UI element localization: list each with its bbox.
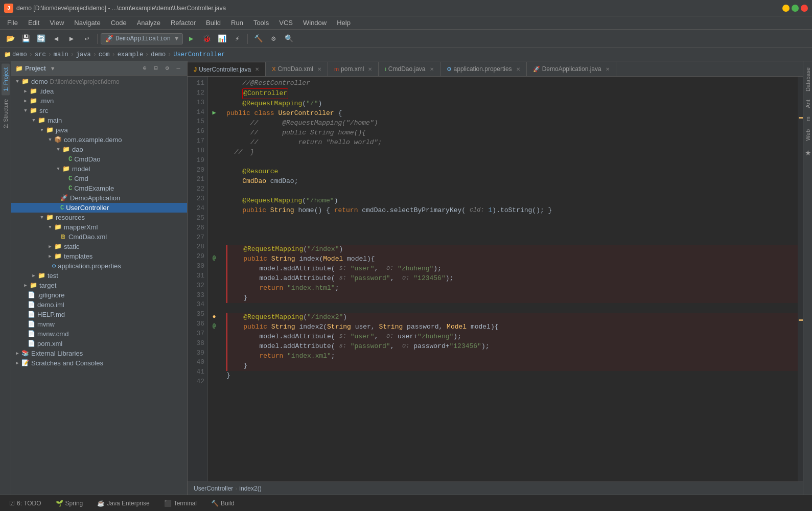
tab-close-pomxml[interactable]: ✕ [368,66,372,72]
editor-tab-pomxml[interactable]: m pom.xml ✕ [328,62,379,76]
sync-button[interactable]: 🔄 [34,32,48,46]
tab-close-cmddaojava[interactable]: ✕ [430,66,434,72]
profile-button[interactable]: ⚡ [230,32,244,46]
run-gutter-icon-36[interactable]: @ [213,323,216,329]
tree-item-mapperxml[interactable]: ▼ 📁 mapperXml [11,222,187,232]
right-tab-maven[interactable]: m [804,112,812,125]
tree-item-templates[interactable]: ▶ 📁 templates [11,251,187,261]
tree-item-com-example-demo[interactable]: ▼ 📦 com.example.demo [11,135,187,145]
gutter-29[interactable]: @ [208,253,220,263]
right-tab-database[interactable]: Database [804,63,812,96]
tab-close-cmddaoxml[interactable]: ✕ [317,66,321,72]
tree-item-java[interactable]: ▼ 📁 java [11,125,187,135]
run-gutter-icon-29[interactable]: @ [213,256,216,261]
tree-item-gitignore[interactable]: 📄 .gitignore [11,290,187,300]
menu-item-tools[interactable]: Tools [248,17,274,28]
forward-button[interactable]: ▶ [64,32,79,46]
tree-item-ext-libs[interactable]: ▶ 📚 External Libraries [11,349,187,358]
menu-item-code[interactable]: Code [106,17,132,28]
tree-item-demo[interactable]: ▼ 📁 demo D:\lion\deve\project\demo [11,77,187,86]
build-button[interactable]: 🔨 [251,32,265,46]
open-button[interactable]: 📂 [3,32,17,46]
editor-tab-usercontroller[interactable]: J UserController.java ✕ [188,62,266,76]
tree-item-cmd[interactable]: C Cmd [11,174,187,183]
bc-src[interactable]: src [35,51,46,58]
project-close-button[interactable]: — [174,64,183,73]
tree-item-demoapplication[interactable]: 🚀 DemoApplication [11,193,187,203]
bc-demo2[interactable]: demo [151,51,166,58]
tree-item-test[interactable]: ▶ 📁 test [11,271,187,281]
tree-item-pom-xml[interactable]: 📄 pom.xml [11,339,187,349]
tree-item-model[interactable]: ▼ 📁 model [11,164,187,174]
coverage-button[interactable]: 📊 [215,32,229,46]
tree-item-mvnw[interactable]: 📄 mvnw [11,319,187,329]
sidebar-tab-structure[interactable]: 2: Structure [2,95,10,132]
editor-tab-appprops[interactable]: ⚙ application.properties ✕ [440,62,527,76]
tree-item-static[interactable]: ▶ 📁 static [11,242,187,251]
tab-close-demoapplication[interactable]: ✕ [606,66,610,72]
search-button[interactable]: 🔍 [282,32,296,46]
tree-item-resources[interactable]: ▼ 📁 resources [11,213,187,222]
menu-item-refactor[interactable]: Refactor [166,17,201,28]
menu-item-view[interactable]: View [44,17,69,28]
gutter-14[interactable]: ▶ [208,108,220,118]
minimize-button[interactable] [782,5,790,12]
menu-item-run[interactable]: Run [226,17,248,28]
bc-main[interactable]: main [54,51,68,58]
debug-button[interactable]: 🐞 [199,32,214,46]
menu-item-navigate[interactable]: Navigate [69,17,105,28]
bc-example[interactable]: example [118,51,143,58]
tree-item-src[interactable]: ▼ 📁 src [11,106,187,115]
undo-button[interactable]: ↩ [80,32,94,46]
run-gutter-icon-14[interactable]: ▶ [212,109,216,117]
bottom-tab-build[interactable]: 🔨 Build [206,498,240,509]
tree-item-app-props[interactable]: ⚙ application.properties [11,261,187,271]
code-bc-usercontroller[interactable]: UserController [194,485,233,492]
tree-item-mvnw-cmd[interactable]: 📄 mvnw.cmd [11,329,187,339]
back-button[interactable]: ◀ [49,32,63,46]
right-tab-favorites[interactable]: ★ [803,145,813,161]
project-settings-button[interactable]: ⚙ [163,64,172,73]
tree-item-usercontroller[interactable]: C UserController [11,203,187,213]
editor-tab-cmddaoxml[interactable]: X CmdDao.xml ✕ [266,62,328,76]
code-bc-index2[interactable]: index2() [239,485,261,492]
right-tab-ant[interactable]: Ant [804,96,812,112]
project-dropdown-arrow[interactable]: ▼ [50,65,56,72]
menu-item-help[interactable]: Help [332,17,356,28]
bc-demo[interactable]: demo [12,51,27,58]
right-tab-web[interactable]: Web [804,125,812,145]
bc-java[interactable]: java [76,51,91,58]
editor-tab-cmddaojava[interactable]: i CmdDao.java ✕ [379,62,440,76]
tree-item-mvn[interactable]: ▶ 📁 .mvn [11,96,187,106]
maximize-button[interactable] [792,5,799,12]
bc-com[interactable]: com [99,51,110,58]
settings-button[interactable]: ⚙ [266,32,281,46]
locate-in-tree-button[interactable]: ⊕ [140,64,149,73]
tree-item-help-md[interactable]: 📄 HELP.md [11,310,187,319]
menu-item-file[interactable]: File [2,17,23,28]
menu-item-analyze[interactable]: Analyze [132,17,166,28]
bc-usercontroller[interactable]: UserController [173,51,225,58]
bottom-tab-todo[interactable]: ☑ 6: TODO [4,498,47,509]
menu-item-edit[interactable]: Edit [23,17,44,28]
menu-item-build[interactable]: Build [201,17,226,28]
tab-close-usercontroller[interactable]: ✕ [255,66,259,72]
tree-item-target[interactable]: ▶ 📁 target [11,281,187,290]
tree-item-scratches[interactable]: ▶ 📝 Scratches and Consoles [11,358,187,368]
menu-item-vcs[interactable]: VCS [274,17,298,28]
bottom-tab-terminal[interactable]: ⬛ Terminal [159,498,202,509]
save-button[interactable]: 💾 [18,32,33,46]
tree-item-cmddaoxml[interactable]: 🗎 CmdDao.xml [11,232,187,242]
bottom-tab-java-enterprise[interactable]: ☕ Java Enterprise [92,498,154,509]
run-button[interactable]: ▶ [184,32,198,46]
sidebar-tab-project[interactable]: 1: Project [2,63,10,95]
editor-tab-demoapplication[interactable]: 🚀 DemoApplication.java ✕ [527,62,616,76]
collapse-all-button[interactable]: ⊟ [151,64,160,73]
gutter-36[interactable]: @ [208,321,220,331]
bottom-tab-spring[interactable]: 🌱 Spring [51,498,88,509]
tree-item-idea[interactable]: ▶ 📁 .idea [11,86,187,96]
tab-close-appprops[interactable]: ✕ [516,66,520,72]
menu-item-window[interactable]: Window [298,17,332,28]
tree-item-demo-iml[interactable]: 📄 demo.iml [11,300,187,310]
code-editor[interactable]: //@RestController @Controller @RequestMa… [220,77,798,481]
